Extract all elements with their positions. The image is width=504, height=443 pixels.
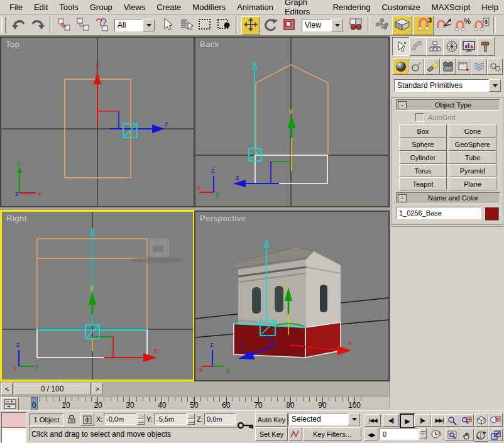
tab-utilities[interactable] bbox=[477, 37, 495, 56]
collapse-icon[interactable]: - bbox=[398, 101, 407, 109]
menu-help[interactable]: Help bbox=[476, 1, 504, 14]
menu-views[interactable]: Views bbox=[118, 1, 151, 14]
back-viewport-canvas[interactable]: y z z x y bbox=[195, 38, 388, 206]
keyboard-override-toggle-button[interactable] bbox=[392, 16, 412, 35]
goto-start-button[interactable]: |◀◀ bbox=[364, 414, 381, 427]
tab-hierarchy[interactable] bbox=[426, 37, 444, 56]
object-color-swatch[interactable] bbox=[485, 207, 499, 221]
dropdown-arrow-icon[interactable] bbox=[331, 19, 343, 31]
use-pivot-point-center-button[interactable] bbox=[347, 17, 364, 34]
default-in-out-tangents-button[interactable] bbox=[288, 427, 302, 441]
select-by-name-button[interactable] bbox=[177, 17, 195, 34]
toolbar-grip[interactable] bbox=[1, 17, 6, 33]
key-selection-dropdown[interactable]: Selected bbox=[288, 413, 360, 425]
x-coord-field[interactable] bbox=[104, 413, 136, 425]
geosphere-button[interactable]: GeoSphere bbox=[449, 138, 496, 151]
menu-tools[interactable]: Tools bbox=[53, 1, 84, 14]
rectangular-selection-region-button[interactable] bbox=[196, 17, 214, 34]
primitive-category-dropdown[interactable]: Standard Primitives bbox=[394, 79, 501, 92]
box-button[interactable]: Box bbox=[399, 124, 447, 138]
right-viewport-canvas[interactable]: ███ y x z x y bbox=[2, 212, 193, 380]
menu-edit[interactable]: Edit bbox=[28, 1, 53, 14]
select-and-manipulate-button[interactable] bbox=[373, 17, 391, 34]
viewport-right[interactable]: ███ y x z x y bbox=[0, 210, 195, 381]
undo-button[interactable] bbox=[10, 17, 28, 34]
y-coord-field[interactable] bbox=[154, 413, 187, 425]
z-coord-field[interactable] bbox=[204, 413, 236, 425]
dropdown-arrow-icon[interactable] bbox=[489, 79, 501, 92]
previous-frame-button[interactable]: ◀|| bbox=[383, 414, 399, 427]
torus-button[interactable]: Torus bbox=[399, 164, 447, 177]
pyramid-button[interactable]: Pyramid bbox=[449, 164, 496, 177]
time-slider-prev-button[interactable]: < bbox=[1, 383, 13, 395]
reference-coord-dropdown[interactable]: View bbox=[302, 19, 343, 31]
select-and-move-button[interactable] bbox=[241, 16, 260, 35]
category-geometry-button[interactable] bbox=[393, 58, 408, 75]
dropdown-arrow-icon[interactable] bbox=[348, 413, 360, 425]
min-max-toggle-button[interactable] bbox=[488, 429, 503, 441]
selection-filter-dropdown[interactable]: All bbox=[114, 19, 155, 31]
menu-rendering[interactable]: Rendering bbox=[327, 1, 376, 14]
autogrid-checkbox[interactable] bbox=[415, 113, 424, 122]
track-bar[interactable]: 0102030405060708090100 bbox=[0, 396, 390, 411]
viewport-top[interactable]: x z y z x Top bbox=[0, 36, 195, 207]
tube-button[interactable]: Tube bbox=[449, 151, 496, 164]
cone-button[interactable]: Cone bbox=[449, 124, 496, 138]
select-and-scale-button[interactable] bbox=[280, 17, 298, 34]
viewport-perspective[interactable]: y z x z x y Perspective bbox=[194, 211, 390, 381]
teapot-button[interactable]: Teapot bbox=[399, 177, 447, 190]
menu-modifiers[interactable]: Modifiers bbox=[187, 1, 231, 14]
current-frame-field[interactable] bbox=[380, 428, 419, 440]
menu-animation[interactable]: Animation bbox=[231, 1, 279, 14]
bind-to-space-warp-button[interactable] bbox=[93, 17, 111, 34]
maxscript-listener-pink[interactable] bbox=[1, 412, 26, 428]
zoom-button[interactable] bbox=[445, 414, 459, 427]
pan-button[interactable] bbox=[459, 429, 474, 441]
dropdown-arrow-icon[interactable] bbox=[143, 19, 155, 31]
maxscript-listener-white[interactable] bbox=[1, 427, 26, 443]
zoom-extents-button[interactable] bbox=[474, 413, 488, 427]
percent-snap-toggle-button[interactable]: % bbox=[454, 17, 471, 34]
play-button[interactable]: ▶ bbox=[400, 413, 415, 429]
key-filters-button[interactable]: Key Filters... bbox=[303, 427, 361, 441]
object-name-field[interactable] bbox=[396, 207, 481, 219]
tab-create[interactable] bbox=[392, 37, 410, 56]
auto-key-button[interactable]: Auto Key bbox=[255, 413, 288, 427]
tab-modify[interactable] bbox=[409, 37, 427, 56]
y-spinner[interactable] bbox=[187, 413, 195, 425]
snaps-toggle-button[interactable]: 3 bbox=[414, 16, 434, 35]
zoom-all-button[interactable] bbox=[459, 414, 474, 427]
select-and-link-button[interactable] bbox=[55, 17, 73, 34]
select-object-button[interactable] bbox=[158, 17, 176, 34]
zoom-extents-all-button[interactable] bbox=[488, 413, 503, 427]
window-crossing-toggle-button[interactable] bbox=[215, 17, 233, 34]
set-key-button[interactable]: Set Key bbox=[255, 427, 288, 441]
plane-button[interactable]: Plane bbox=[449, 177, 496, 190]
select-and-rotate-button[interactable] bbox=[261, 17, 279, 34]
tab-display[interactable] bbox=[460, 37, 478, 56]
category-lights-button[interactable] bbox=[424, 58, 440, 75]
unlink-selection-button[interactable] bbox=[74, 17, 92, 34]
time-slider-next-button[interactable]: > bbox=[92, 383, 103, 395]
next-frame-button[interactable]: ||▶ bbox=[414, 414, 430, 427]
time-slider-handle[interactable]: 0 / 100 bbox=[14, 383, 90, 395]
lock-selection-button[interactable] bbox=[65, 413, 79, 425]
menu-maxscript[interactable]: MAXScript bbox=[426, 1, 476, 14]
top-viewport-canvas[interactable]: x z y z x bbox=[1, 38, 194, 206]
cylinder-button[interactable]: Cylinder bbox=[399, 151, 447, 164]
tab-motion[interactable] bbox=[443, 37, 461, 56]
zoom-region-button[interactable] bbox=[445, 429, 459, 441]
category-cameras-button[interactable] bbox=[440, 58, 456, 75]
category-shapes-button[interactable] bbox=[408, 58, 424, 75]
open-mini-curve-editor-button[interactable] bbox=[1, 397, 19, 411]
time-configuration-button[interactable] bbox=[429, 429, 442, 440]
menu-file[interactable]: File bbox=[4, 1, 28, 14]
menu-create[interactable]: Create bbox=[151, 1, 187, 14]
collapse-icon[interactable]: - bbox=[398, 194, 407, 202]
name-color-rollout-header[interactable]: - Name and Color bbox=[396, 192, 500, 204]
viewport-back[interactable]: y z z x y Back bbox=[194, 36, 390, 207]
spinner-snap-toggle-button[interactable] bbox=[473, 17, 490, 34]
redo-button[interactable] bbox=[29, 17, 47, 34]
angle-snap-toggle-button[interactable] bbox=[435, 17, 452, 34]
set-keys-key-button[interactable] bbox=[238, 416, 254, 435]
